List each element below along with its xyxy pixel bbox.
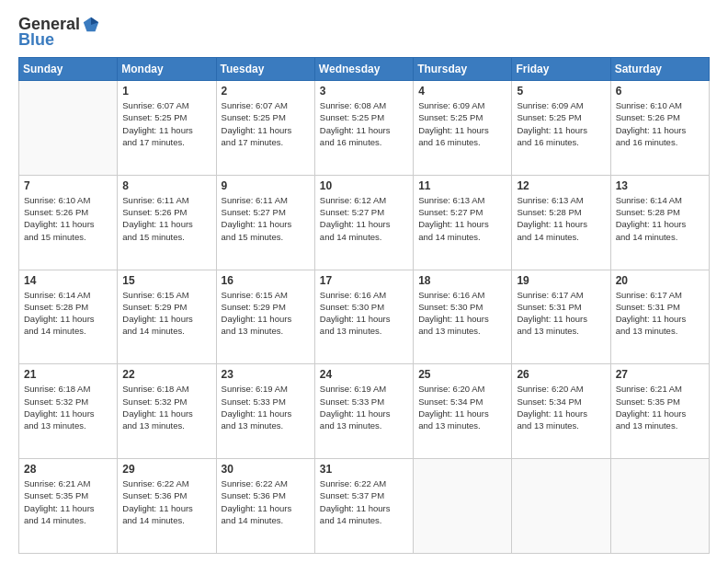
calendar-cell: 7Sunrise: 6:10 AMSunset: 5:26 PMDaylight… <box>19 175 118 270</box>
day-number: 23 <box>222 368 310 381</box>
day-info: Sunrise: 6:12 AMSunset: 5:27 PMDaylight:… <box>320 194 408 243</box>
day-info: Sunrise: 6:17 AMSunset: 5:31 PMDaylight:… <box>616 289 704 338</box>
calendar-cell: 4Sunrise: 6:09 AMSunset: 5:25 PMDaylight… <box>414 81 512 176</box>
day-number: 28 <box>24 463 112 476</box>
day-info: Sunrise: 6:19 AMSunset: 5:33 PMDaylight:… <box>222 383 310 431</box>
day-number: 7 <box>24 179 112 192</box>
day-info: Sunrise: 6:19 AMSunset: 5:33 PMDaylight:… <box>320 383 408 431</box>
day-info: Sunrise: 6:10 AMSunset: 5:26 PMDaylight:… <box>24 194 112 243</box>
calendar-cell: 23Sunrise: 6:19 AMSunset: 5:33 PMDayligh… <box>216 364 314 459</box>
calendar-cell: 28Sunrise: 6:21 AMSunset: 5:35 PMDayligh… <box>19 459 118 554</box>
day-number: 16 <box>222 274 310 287</box>
calendar-cell: 10Sunrise: 6:12 AMSunset: 5:27 PMDayligh… <box>314 175 413 270</box>
calendar-week-row: 1Sunrise: 6:07 AMSunset: 5:25 PMDaylight… <box>19 81 710 176</box>
day-number: 19 <box>517 274 605 287</box>
day-info: Sunrise: 6:09 AMSunset: 5:25 PMDaylight:… <box>517 99 605 148</box>
day-number: 31 <box>320 463 408 476</box>
day-info: Sunrise: 6:14 AMSunset: 5:28 PMDaylight:… <box>24 289 112 338</box>
day-info: Sunrise: 6:22 AMSunset: 5:36 PMDaylight:… <box>122 477 210 526</box>
day-number: 3 <box>320 85 408 98</box>
day-number: 21 <box>24 368 112 381</box>
calendar-cell: 18Sunrise: 6:16 AMSunset: 5:30 PMDayligh… <box>414 270 512 364</box>
day-info: Sunrise: 6:14 AMSunset: 5:28 PMDaylight:… <box>616 194 704 243</box>
day-number: 8 <box>122 179 210 192</box>
header: General Blue <box>18 15 710 50</box>
calendar-week-row: 21Sunrise: 6:18 AMSunset: 5:32 PMDayligh… <box>19 364 710 459</box>
day-info: Sunrise: 6:13 AMSunset: 5:28 PMDaylight:… <box>517 194 605 243</box>
calendar-cell: 11Sunrise: 6:13 AMSunset: 5:27 PMDayligh… <box>414 175 512 270</box>
calendar-cell: 30Sunrise: 6:22 AMSunset: 5:36 PMDayligh… <box>216 459 314 554</box>
calendar-header-monday: Monday <box>118 58 216 81</box>
day-number: 14 <box>24 274 112 287</box>
day-number: 20 <box>616 274 704 287</box>
day-info: Sunrise: 6:17 AMSunset: 5:31 PMDaylight:… <box>517 289 605 338</box>
day-number: 18 <box>418 274 506 287</box>
calendar-cell: 12Sunrise: 6:13 AMSunset: 5:28 PMDayligh… <box>512 175 610 270</box>
day-info: Sunrise: 6:15 AMSunset: 5:29 PMDaylight:… <box>222 289 310 338</box>
day-number: 17 <box>320 274 408 287</box>
day-number: 27 <box>616 368 704 381</box>
calendar-cell: 31Sunrise: 6:22 AMSunset: 5:37 PMDayligh… <box>314 459 413 554</box>
calendar-week-row: 28Sunrise: 6:21 AMSunset: 5:35 PMDayligh… <box>19 459 710 554</box>
calendar-cell <box>512 459 610 554</box>
day-number: 26 <box>517 368 605 381</box>
day-info: Sunrise: 6:07 AMSunset: 5:25 PMDaylight:… <box>122 99 210 148</box>
calendar-header-sunday: Sunday <box>19 58 118 81</box>
calendar-cell: 2Sunrise: 6:07 AMSunset: 5:25 PMDaylight… <box>216 81 314 176</box>
day-number: 4 <box>418 85 506 98</box>
day-number: 5 <box>517 85 605 98</box>
calendar-cell: 1Sunrise: 6:07 AMSunset: 5:25 PMDaylight… <box>118 81 216 176</box>
calendar-cell: 17Sunrise: 6:16 AMSunset: 5:30 PMDayligh… <box>314 270 413 364</box>
calendar-header-tuesday: Tuesday <box>216 58 314 81</box>
day-number: 1 <box>122 85 210 98</box>
logo: General Blue <box>18 15 100 50</box>
day-number: 25 <box>418 368 506 381</box>
day-info: Sunrise: 6:20 AMSunset: 5:34 PMDaylight:… <box>418 383 506 431</box>
day-number: 13 <box>616 179 704 192</box>
calendar-week-row: 7Sunrise: 6:10 AMSunset: 5:26 PMDaylight… <box>19 175 710 270</box>
day-info: Sunrise: 6:07 AMSunset: 5:25 PMDaylight:… <box>222 99 310 148</box>
calendar-cell <box>19 81 118 176</box>
day-info: Sunrise: 6:16 AMSunset: 5:30 PMDaylight:… <box>418 289 506 338</box>
calendar-week-row: 14Sunrise: 6:14 AMSunset: 5:28 PMDayligh… <box>19 270 710 364</box>
calendar-cell: 24Sunrise: 6:19 AMSunset: 5:33 PMDayligh… <box>314 364 413 459</box>
day-info: Sunrise: 6:11 AMSunset: 5:26 PMDaylight:… <box>122 194 210 243</box>
day-info: Sunrise: 6:10 AMSunset: 5:26 PMDaylight:… <box>616 99 704 148</box>
calendar-cell: 15Sunrise: 6:15 AMSunset: 5:29 PMDayligh… <box>118 270 216 364</box>
day-info: Sunrise: 6:13 AMSunset: 5:27 PMDaylight:… <box>418 194 506 243</box>
calendar-cell: 13Sunrise: 6:14 AMSunset: 5:28 PMDayligh… <box>610 175 709 270</box>
day-info: Sunrise: 6:22 AMSunset: 5:37 PMDaylight:… <box>320 477 408 526</box>
day-number: 11 <box>418 179 506 192</box>
day-info: Sunrise: 6:20 AMSunset: 5:34 PMDaylight:… <box>517 383 605 431</box>
calendar-table: SundayMondayTuesdayWednesdayThursdayFrid… <box>18 57 710 554</box>
day-number: 15 <box>122 274 210 287</box>
day-info: Sunrise: 6:09 AMSunset: 5:25 PMDaylight:… <box>418 99 506 148</box>
calendar-cell: 8Sunrise: 6:11 AMSunset: 5:26 PMDaylight… <box>118 175 216 270</box>
calendar-cell: 27Sunrise: 6:21 AMSunset: 5:35 PMDayligh… <box>610 364 709 459</box>
calendar-cell: 3Sunrise: 6:08 AMSunset: 5:25 PMDaylight… <box>314 81 413 176</box>
calendar-cell <box>610 459 709 554</box>
day-info: Sunrise: 6:08 AMSunset: 5:25 PMDaylight:… <box>320 99 408 148</box>
day-info: Sunrise: 6:15 AMSunset: 5:29 PMDaylight:… <box>122 289 210 338</box>
calendar-cell: 19Sunrise: 6:17 AMSunset: 5:31 PMDayligh… <box>512 270 610 364</box>
day-info: Sunrise: 6:18 AMSunset: 5:32 PMDaylight:… <box>24 383 112 431</box>
day-number: 9 <box>222 179 310 192</box>
calendar-cell: 21Sunrise: 6:18 AMSunset: 5:32 PMDayligh… <box>19 364 118 459</box>
day-info: Sunrise: 6:11 AMSunset: 5:27 PMDaylight:… <box>222 194 310 243</box>
day-info: Sunrise: 6:21 AMSunset: 5:35 PMDaylight:… <box>616 383 704 431</box>
calendar-cell: 9Sunrise: 6:11 AMSunset: 5:27 PMDaylight… <box>216 175 314 270</box>
calendar-cell: 22Sunrise: 6:18 AMSunset: 5:32 PMDayligh… <box>118 364 216 459</box>
calendar-cell: 6Sunrise: 6:10 AMSunset: 5:26 PMDaylight… <box>610 81 709 176</box>
calendar-cell: 20Sunrise: 6:17 AMSunset: 5:31 PMDayligh… <box>610 270 709 364</box>
calendar-header-friday: Friday <box>512 58 610 81</box>
calendar-cell: 29Sunrise: 6:22 AMSunset: 5:36 PMDayligh… <box>118 459 216 554</box>
day-number: 30 <box>222 463 310 476</box>
calendar-header-thursday: Thursday <box>414 58 512 81</box>
day-number: 12 <box>517 179 605 192</box>
day-number: 29 <box>122 463 210 476</box>
calendar-cell: 14Sunrise: 6:14 AMSunset: 5:28 PMDayligh… <box>19 270 118 364</box>
calendar-cell: 25Sunrise: 6:20 AMSunset: 5:34 PMDayligh… <box>414 364 512 459</box>
day-number: 6 <box>616 85 704 98</box>
day-info: Sunrise: 6:21 AMSunset: 5:35 PMDaylight:… <box>24 477 112 526</box>
page: General Blue SundayMondayTuesdayWednesda… <box>0 0 728 563</box>
